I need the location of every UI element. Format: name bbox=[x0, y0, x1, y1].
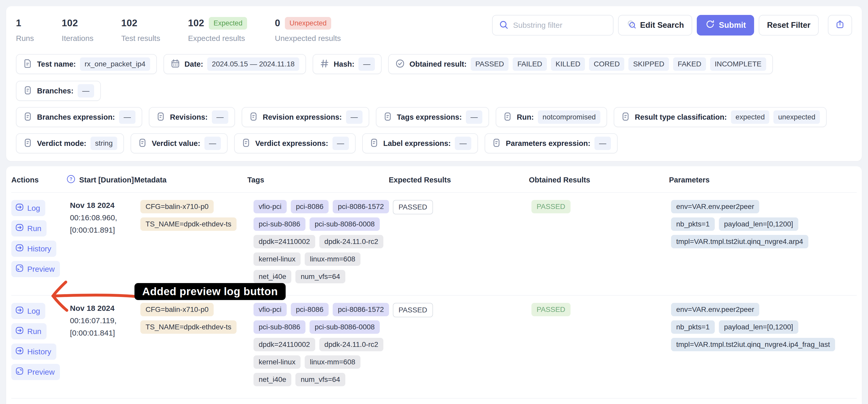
filter-label: Hash: bbox=[334, 60, 354, 68]
card-icon bbox=[241, 138, 251, 149]
filter-value: unexpected bbox=[773, 110, 820, 124]
expected-result-chip: PASSED bbox=[393, 303, 433, 317]
actions-cell: LogRunHistoryPreview bbox=[11, 303, 66, 380]
metadata-chip: TS_NAME=dpdk-ethdev-ts bbox=[141, 320, 237, 334]
filter-label: Branches expression: bbox=[37, 113, 115, 121]
tag-chip: num_vfs=64 bbox=[296, 373, 345, 386]
filter-chip-date[interactable]: Date:2024.05.15 — 2024.11.18 bbox=[163, 54, 306, 74]
filter-chip-obtained-result[interactable]: Obtained result:PASSEDFAILEDKILLEDCOREDS… bbox=[388, 54, 773, 74]
obtained-cell: PASSED bbox=[529, 303, 669, 316]
filter-chip-run[interactable]: Run:notcompromised bbox=[496, 107, 607, 127]
export-button[interactable] bbox=[828, 15, 852, 35]
filter-value: KILLED bbox=[551, 57, 585, 71]
history-button[interactable]: History bbox=[11, 240, 56, 257]
tags-cell: vfio-pcipci-8086pci-8086-1572pci-sub-808… bbox=[247, 200, 389, 287]
filter-bar: Test name:rx_one_packet_ip4Date:2024.05.… bbox=[16, 54, 852, 153]
stat-item: 1Runs bbox=[16, 17, 34, 43]
substring-filter[interactable] bbox=[492, 15, 614, 35]
tag-chip: dpdk-24.11.0-rc2 bbox=[319, 235, 383, 248]
filter-chip-revision-expressions[interactable]: Revision expressions:— bbox=[242, 107, 369, 127]
run-button[interactable]: Run bbox=[11, 220, 46, 236]
filter-row: Verdict mode:stringVerdict value:—Verdic… bbox=[16, 133, 852, 153]
card-icon bbox=[502, 111, 513, 123]
parameters-cell: env=VAR.env.peer2peernb_pkts=1payload_le… bbox=[669, 200, 857, 253]
parameter-chip: nb_pkts=1 bbox=[671, 320, 715, 334]
substring-filter-input[interactable] bbox=[513, 21, 613, 30]
table-body: LogRunHistoryPreviewNov 18 202400:16:08.… bbox=[11, 192, 857, 404]
filter-label: Revision expressions: bbox=[263, 113, 342, 121]
col-header-parameters: Parameters bbox=[669, 174, 857, 186]
filter-value: — bbox=[466, 110, 482, 124]
metadata-chip: TS_NAME=dpdk-ethdev-ts bbox=[141, 218, 237, 231]
filter-value: — bbox=[212, 110, 228, 124]
preview-icon bbox=[15, 263, 24, 275]
parameter-line: env=VAR.env.peer2peer bbox=[671, 200, 759, 213]
filter-label: Verdict mode: bbox=[37, 139, 86, 148]
filter-label: Run: bbox=[517, 113, 534, 121]
tag-chip: pci-8086-1572 bbox=[333, 200, 389, 213]
expected-cell: PASSED bbox=[389, 303, 529, 317]
table-row: LogRunHistoryPreviewNov 18 202400:16:08.… bbox=[11, 192, 857, 295]
filter-chip-branches[interactable]: Branches:— bbox=[16, 81, 101, 101]
run-button-label: Run bbox=[27, 327, 41, 336]
filter-chip-verdict-mode[interactable]: Verdict mode:string bbox=[16, 133, 124, 153]
tag-line: vfio-pcipci-8086pci-8086-1572 bbox=[253, 303, 389, 316]
filter-chip-revisions[interactable]: Revisions:— bbox=[149, 107, 235, 127]
preview-button[interactable]: Preview bbox=[11, 364, 60, 380]
filter-value: FAILED bbox=[513, 57, 547, 71]
card-icon bbox=[369, 138, 379, 149]
filter-chip-tags-expressions[interactable]: Tags expressions:— bbox=[376, 107, 489, 127]
stat-value: 102 bbox=[188, 18, 204, 29]
stat-label: Runs bbox=[16, 34, 34, 43]
history-button[interactable]: History bbox=[11, 344, 56, 360]
preview-button-label: Preview bbox=[27, 265, 55, 273]
help-icon[interactable]: ? bbox=[66, 174, 76, 186]
col-header-actions: Actions bbox=[11, 174, 66, 186]
filter-chip-hash[interactable]: Hash:— bbox=[313, 54, 382, 74]
start-cell: Nov 18 202400:16:08.960,[0:00:01.891] bbox=[66, 200, 134, 234]
filter-chip-parameters-expression[interactable]: Parameters expression:— bbox=[485, 133, 618, 153]
filter-chip-label-expressions[interactable]: Label expressions:— bbox=[362, 133, 478, 153]
start-date: Nov 18 2024 bbox=[70, 304, 115, 313]
tag-line: net_i40enum_vfs=64 bbox=[253, 270, 345, 283]
log-button[interactable]: Log bbox=[11, 200, 45, 216]
parameter-chip: env=VAR.env.peer2peer bbox=[671, 200, 759, 213]
filter-label: Test name: bbox=[37, 60, 76, 68]
filter-row: Test name:rx_one_packet_ip4Date:2024.05.… bbox=[16, 54, 852, 101]
filter-value: string bbox=[91, 137, 117, 150]
reset-filter-button[interactable]: Reset Filter bbox=[759, 15, 818, 35]
tag-chip: linux-mm=608 bbox=[305, 253, 361, 266]
preview-button[interactable]: Preview bbox=[11, 261, 60, 277]
filter-label: Obtained result: bbox=[409, 60, 466, 68]
log-button-label: Log bbox=[27, 307, 40, 316]
filter-chip-verdict-expressions[interactable]: Verdict expressions:— bbox=[234, 133, 355, 153]
filter-chip-result-type-classification[interactable]: Result type classification:expectedunexp… bbox=[614, 107, 827, 127]
tag-line: vfio-pcipci-8086pci-8086-1572 bbox=[253, 200, 389, 213]
filter-chip-branches-expression[interactable]: Branches expression:— bbox=[16, 107, 142, 127]
filter-value: — bbox=[594, 137, 611, 150]
start-time: 00:16:08.960, bbox=[70, 213, 117, 222]
parameter-chip: tmpl=VAR.tmpl.tst2iut.qinq_nvgre4.ip4_fr… bbox=[671, 338, 835, 351]
start-duration: [0:00:01.841] bbox=[70, 328, 115, 337]
stat-value: 102 bbox=[62, 18, 78, 29]
log-button[interactable]: Log bbox=[11, 303, 45, 319]
card-icon bbox=[248, 111, 259, 123]
edit-search-label: Edit Search bbox=[640, 21, 684, 30]
parameter-line: env=VAR.env.peer2peer bbox=[671, 303, 759, 316]
filter-value: — bbox=[205, 137, 221, 150]
submit-button[interactable]: Submit bbox=[697, 15, 754, 35]
results-table: Actions ? Start [Duration] Metadata Tags… bbox=[6, 166, 862, 404]
filter-chip-test-name[interactable]: Test name:rx_one_packet_ip4 bbox=[16, 54, 157, 74]
filter-value: expected bbox=[731, 110, 770, 124]
stat-item: 102ExpectedExpected results bbox=[188, 17, 247, 43]
stat-item: 102Iterations bbox=[62, 17, 93, 43]
filter-value: 2024.05.15 — 2024.11.18 bbox=[207, 57, 299, 71]
filter-value: — bbox=[119, 110, 135, 124]
filter-label: Parameters expression: bbox=[506, 139, 590, 148]
filter-chip-verdict-value[interactable]: Verdict value:— bbox=[131, 133, 227, 153]
edit-search-button[interactable]: Edit Search bbox=[618, 15, 692, 35]
run-button[interactable]: Run bbox=[11, 323, 46, 339]
parameter-line: nb_pkts=1payload_len=[0,1200] bbox=[671, 218, 798, 231]
filter-value: INCOMPLETE bbox=[710, 57, 766, 71]
toolbar: Edit Search Submit Reset Filter bbox=[492, 15, 852, 35]
